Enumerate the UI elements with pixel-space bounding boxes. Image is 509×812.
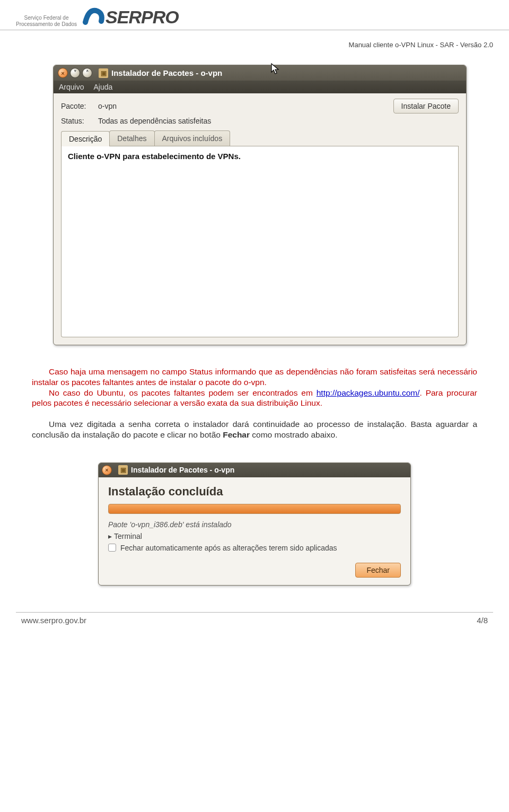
status-label: Status: — [61, 117, 98, 125]
menu-ajuda[interactable]: Ajuda — [93, 83, 112, 91]
status-row: Status: Todas as dependências satisfeita… — [61, 117, 459, 125]
window-menubar: Arquivo Ajuda — [54, 81, 466, 93]
close-icon[interactable]: × — [102, 465, 112, 475]
autoclose-row[interactable]: Fechar automaticamente após as alteraçõe… — [108, 544, 401, 552]
package-icon: ▣ — [118, 465, 128, 475]
mouse-cursor-icon — [270, 63, 280, 75]
page-footer: www.serpro.gov.br 4/8 — [16, 612, 493, 625]
fechar-button[interactable]: Fechar — [355, 563, 401, 578]
p1a: Caso haja uma mensagem no campo Status i… — [32, 367, 477, 387]
autoclose-label: Fechar automaticamente após as alteraçõe… — [120, 544, 337, 552]
subtitle-line2: Processamento de Dados — [16, 21, 77, 28]
logo-text: SERPRO — [106, 7, 179, 28]
window-titlebar: × ˅ ˄ ▣ Instalador de Pacotes - o-vpn — [54, 65, 466, 81]
paragraph-2: Uma vez digitada a senha correta o insta… — [32, 419, 477, 440]
maximize-icon[interactable]: ˄ — [82, 68, 92, 78]
tab-descricao[interactable]: Descrição — [61, 131, 110, 146]
install-button[interactable]: Instalar Pacote — [393, 99, 459, 113]
p1b-1: No caso do Ubuntu, os pacotes faltantes … — [49, 388, 317, 397]
tab-detalhes[interactable]: Detalhes — [109, 130, 154, 146]
pacote-label: Pacote: — [61, 102, 98, 110]
terminal-label: Terminal — [114, 532, 142, 540]
window-title: Instalador de Pacotes - o-vpn — [111, 68, 222, 77]
p2-2: como mostrado abaixo. — [250, 430, 337, 439]
package-icon: ▣ — [99, 68, 108, 78]
window2-title: Instalador de Pacotes - o-vpn — [131, 466, 234, 474]
autoclose-checkbox[interactable] — [108, 544, 116, 552]
p2-bold: Fechar — [223, 430, 250, 439]
window2-titlebar: × ▣ Instalador de Pacotes - o-vpn — [99, 463, 410, 477]
footer-url: www.serpro.gov.br — [21, 616, 86, 625]
tab-arquivos[interactable]: Arquivos incluídos — [154, 130, 231, 146]
page-header: Serviço Federal de Processamento de Dado… — [0, 0, 509, 30]
logo-icon — [82, 6, 106, 28]
tab-content: Cliente o-VPN para estabelecimento de VP… — [61, 146, 459, 337]
minimize-icon[interactable]: ˅ — [70, 68, 80, 78]
close-icon[interactable]: × — [58, 68, 68, 78]
installer-window: × ˅ ˄ ▣ Instalador de Pacotes - o-vpn Ar… — [53, 65, 467, 345]
completion-sub: Paote 'o-vpn_i386.deb' está instalado — [108, 520, 401, 529]
completion-window: × ▣ Instalador de Pacotes - o-vpn Instal… — [98, 462, 411, 586]
status-value: Todas as dependências satisfeitas — [98, 117, 211, 125]
completion-heading: Instalação concluída — [108, 485, 401, 499]
subtitle-line1: Serviço Federal de — [16, 15, 77, 21]
description-text: Cliente o-VPN para estabelecimento de VP… — [68, 152, 241, 161]
menu-arquivo[interactable]: Arquivo — [59, 83, 84, 91]
tabs: Descrição Detalhes Arquivos incluídos — [61, 130, 459, 146]
footer-page: 4/8 — [477, 616, 488, 625]
p1b-link[interactable]: http://packages.ubuntu.com/ — [317, 388, 420, 397]
paragraph-1: Caso haja uma mensagem no campo Status i… — [32, 366, 477, 408]
header-subtitle: Serviço Federal de Processamento de Dado… — [0, 15, 77, 28]
chevron-right-icon: ▸ — [108, 532, 112, 540]
doc-title: Manual cliente o-VPN Linux - SAR - Versã… — [349, 33, 493, 49]
pacote-value: o-vpn — [98, 102, 117, 110]
logo: SERPRO — [82, 6, 179, 28]
progress-bar — [108, 504, 401, 514]
terminal-expander[interactable]: ▸ Terminal — [108, 532, 401, 540]
pacote-row: Pacote: o-vpn Instalar Pacote — [61, 99, 459, 113]
